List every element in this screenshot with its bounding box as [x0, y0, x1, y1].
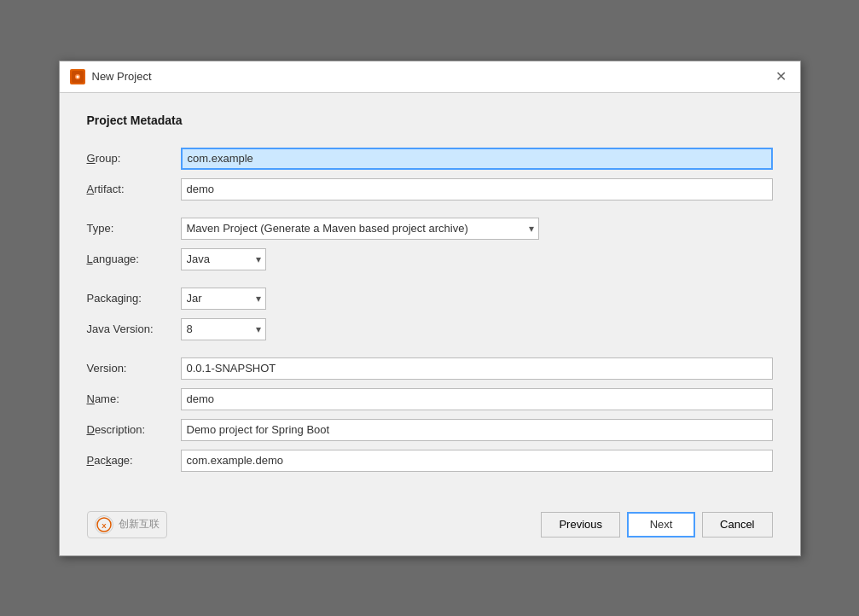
artifact-row: Artifact:	[87, 175, 773, 204]
description-row: Description:	[87, 416, 773, 445]
name-input[interactable]	[181, 388, 773, 410]
name-row: Name:	[87, 385, 773, 414]
package-label: Package:	[87, 446, 181, 475]
java-version-row: Java Version: 8 11 17	[87, 315, 773, 344]
packaging-field[interactable]: Jar War	[181, 284, 773, 313]
new-project-window: New Project ✕ Project Metadata Group: Ar…	[59, 61, 801, 556]
spacer1	[87, 206, 773, 212]
language-label: Language:	[87, 245, 181, 274]
spacer2	[87, 276, 773, 282]
next-button[interactable]: Next	[627, 512, 695, 538]
window-title: New Project	[92, 70, 152, 83]
previous-button[interactable]: Previous	[541, 512, 620, 538]
app-icon	[70, 69, 85, 84]
type-row: Type: Maven Project (Generate a Maven ba…	[87, 214, 773, 243]
java-version-select-wrapper: 8 11 17	[181, 318, 266, 340]
packaging-row: Packaging: Jar War	[87, 284, 773, 313]
java-version-select[interactable]: 8 11 17	[181, 318, 266, 340]
name-label: Name:	[87, 385, 181, 414]
packaging-select-wrapper: Jar War	[181, 288, 266, 310]
watermark: X 创新互联	[87, 511, 167, 538]
package-row: Package:	[87, 446, 773, 475]
version-input[interactable]	[181, 357, 773, 380]
packaging-label: Packaging:	[87, 284, 181, 313]
description-label: Description:	[87, 416, 181, 445]
language-row: Language: Java Kotlin Groovy	[87, 245, 773, 274]
artifact-input[interactable]	[181, 178, 773, 200]
group-label: Group:	[87, 144, 181, 173]
language-select-wrapper: Java Kotlin Groovy	[181, 248, 266, 270]
packaging-select[interactable]: Jar War	[181, 288, 266, 310]
title-bar-left: New Project	[70, 69, 152, 84]
footer: X 创新互联 Previous Next Cancel	[60, 497, 800, 555]
type-label: Type:	[87, 214, 181, 243]
type-field[interactable]: Maven Project (Generate a Maven based pr…	[181, 214, 773, 243]
artifact-field[interactable]	[181, 175, 773, 204]
package-input[interactable]	[181, 450, 773, 472]
cancel-button[interactable]: Cancel	[702, 512, 772, 538]
description-input[interactable]	[181, 419, 773, 441]
watermark-text: 创新互联	[119, 517, 160, 532]
spacer3	[87, 346, 773, 352]
description-field[interactable]	[181, 416, 773, 445]
close-button[interactable]: ✕	[773, 68, 790, 85]
svg-point-2	[76, 75, 78, 78]
group-row: Group:	[87, 144, 773, 173]
group-input[interactable]	[181, 148, 773, 170]
section-title: Project Metadata	[87, 113, 773, 127]
java-version-field[interactable]: 8 11 17	[181, 315, 773, 344]
version-row: Version:	[87, 354, 773, 383]
name-field[interactable]	[181, 385, 773, 414]
version-label: Version:	[87, 354, 181, 383]
watermark-icon: X	[95, 515, 113, 534]
artifact-label: Artifact:	[87, 175, 181, 204]
form-table: Group: Artifact: Type:	[87, 142, 773, 477]
content-area: Project Metadata Group: Artifact: Type:	[60, 93, 800, 497]
svg-text:X: X	[102, 522, 107, 530]
language-select[interactable]: Java Kotlin Groovy	[181, 248, 266, 270]
group-field[interactable]	[181, 144, 773, 173]
language-field[interactable]: Java Kotlin Groovy	[181, 245, 773, 274]
type-select[interactable]: Maven Project (Generate a Maven based pr…	[181, 218, 539, 240]
title-bar: New Project ✕	[60, 61, 800, 93]
java-version-label: Java Version:	[87, 315, 181, 344]
package-field[interactable]	[181, 446, 773, 475]
type-select-wrapper: Maven Project (Generate a Maven based pr…	[181, 218, 539, 240]
version-field[interactable]	[181, 354, 773, 383]
